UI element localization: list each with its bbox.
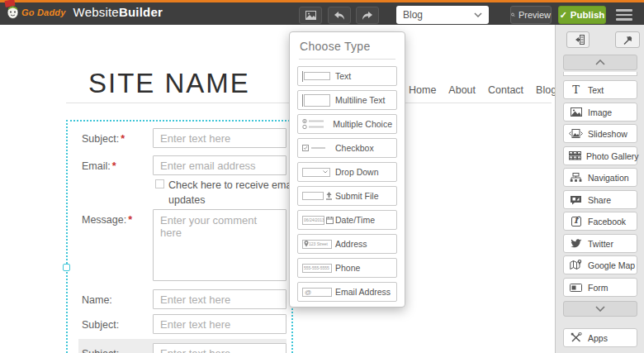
field-type-datetime[interactable]: 06/24/2013 Date/Time: [297, 210, 397, 230]
sidebar-item-share[interactable]: Share: [563, 190, 637, 209]
brand: Go Daddy WebsiteBuilder: [7, 5, 163, 19]
image-manager-icon: [305, 11, 316, 20]
menu-icon: [616, 9, 632, 12]
collapse-panel-button[interactable]: [566, 31, 590, 48]
sidebar-item-photo-gallery[interactable]: Photo Gallery: [563, 146, 637, 165]
email-input[interactable]: [153, 155, 286, 175]
site-title[interactable]: SITE NAME: [88, 68, 250, 99]
checkbox-icon: [302, 144, 335, 152]
publish-button[interactable]: ✓ Publish: [558, 6, 606, 24]
image-manager-button[interactable]: [299, 7, 322, 24]
field-type-dropdown[interactable]: Drop Down: [297, 162, 397, 182]
redo-icon: [362, 11, 373, 21]
popup-title: Choose Type: [290, 32, 405, 59]
dock-left-icon: [571, 35, 585, 45]
pin-panel-button[interactable]: [615, 31, 640, 48]
text-field-icon: [302, 71, 335, 82]
facebook-icon: f: [569, 217, 583, 227]
choose-type-popup: Choose Type Text Multiline Text: [289, 31, 405, 308]
datetime-icon: 06/24/2013: [302, 216, 335, 225]
text-icon: T: [569, 83, 583, 96]
field-type-multiline[interactable]: Multiline Text: [297, 90, 397, 110]
preview-button[interactable]: Preview: [510, 6, 552, 24]
sidebar-item-form[interactable]: Form: [563, 278, 637, 297]
preview-label: Preview: [519, 10, 551, 20]
magnifier-icon: [511, 11, 515, 19]
menu-button[interactable]: [616, 9, 632, 23]
email-icon: @: [302, 288, 335, 297]
multiple-choice-icon: [302, 118, 333, 130]
scroll-down-button[interactable]: [563, 301, 637, 317]
image-icon: [569, 107, 583, 117]
form-selection-outline[interactable]: Subject:* Email:* Check here to receive …: [66, 120, 293, 353]
scroll-up-button[interactable]: [563, 55, 637, 70]
sidebar-item-navigation[interactable]: Navigation: [563, 168, 637, 187]
form-label: Name:: [82, 294, 112, 306]
navigation-icon: [569, 173, 583, 183]
sidebar-item-image[interactable]: Image: [563, 103, 637, 122]
redo-button[interactable]: [356, 7, 379, 24]
form-icon: [569, 284, 583, 292]
nav-item-blog[interactable]: Blog: [536, 84, 555, 96]
sidebar-item-google-map[interactable]: Google Map: [563, 255, 637, 274]
photo-gallery-icon: [569, 151, 581, 160]
page-select[interactable]: Blog: [396, 6, 489, 24]
share-icon: [569, 195, 583, 205]
address-icon: 123 Street: [302, 240, 335, 249]
clipped-widget-item[interactable]: [563, 72, 637, 76]
form-label: Subject:: [82, 319, 119, 331]
subject-input-2[interactable]: [153, 314, 286, 334]
nav-item-about[interactable]: About: [448, 84, 476, 96]
sidebar-item-text[interactable]: T Text: [563, 80, 637, 99]
editor-canvas: SITE NAME Home About Contact Blog Subjec…: [0, 25, 555, 353]
apps-tools-icon: [569, 332, 583, 343]
field-type-submit-file[interactable]: Submit File: [297, 186, 397, 206]
field-type-list: Text Multiline Text Multiple Choice: [290, 60, 405, 302]
nav-item-home[interactable]: Home: [409, 84, 436, 96]
check-icon: ✓: [560, 10, 567, 21]
site-navigation: Home About Contact Blog: [409, 84, 555, 96]
email-updates-checkbox[interactable]: [155, 179, 164, 188]
sidebar-item-apps[interactable]: Apps: [563, 328, 637, 347]
top-toolbar: Go Daddy WebsiteBuilder Blog Preview ✓: [0, 0, 644, 25]
twitter-icon: [569, 239, 583, 248]
google-map-icon: [569, 260, 583, 270]
message-textarea[interactable]: [153, 209, 286, 281]
form-label: Subject:*: [82, 133, 125, 145]
godaddy-wordmark: Go Daddy: [21, 7, 66, 17]
dropdown-icon: [302, 168, 335, 177]
field-type-address[interactable]: 123 Street Address: [297, 234, 397, 254]
undo-icon: [334, 11, 345, 21]
sidebar-item-facebook[interactable]: f Facebook: [563, 212, 637, 231]
field-type-email[interactable]: @ Email Address: [297, 282, 397, 302]
multiline-text-icon: [302, 94, 335, 107]
name-input[interactable]: [153, 289, 286, 309]
subject-input-1[interactable]: [153, 128, 286, 148]
widget-sidebar: T Text Image Slideshow: [555, 25, 644, 353]
godaddy-mascot-logo: [7, 5, 19, 19]
email-updates-checkbox-label: Check here to receive email updates: [168, 178, 307, 208]
pin-icon: [623, 35, 633, 45]
slideshow-icon: [569, 129, 583, 138]
field-type-phone[interactable]: 555-555-5555 Phone: [297, 258, 397, 278]
nav-item-contact[interactable]: Contact: [488, 84, 523, 96]
form-label: Message:*: [82, 214, 132, 226]
page-select-value: Blog: [403, 9, 474, 21]
form-label: Email:*: [82, 160, 116, 172]
field-type-checkbox[interactable]: Checkbox: [297, 138, 397, 158]
sidebar-item-twitter[interactable]: Twitter: [563, 234, 637, 253]
submit-file-icon: [302, 192, 335, 200]
product-name: WebsiteBuilder: [73, 5, 163, 19]
selection-resize-handle[interactable]: [63, 264, 70, 271]
phone-icon: 555-555-5555: [302, 264, 335, 273]
chevron-down-icon: [474, 12, 482, 17]
sidebar-item-slideshow[interactable]: Slideshow: [563, 124, 637, 143]
publish-label: Publish: [571, 10, 605, 20]
field-type-multiple-choice[interactable]: Multiple Choice: [297, 114, 397, 134]
form-label: Subject:: [82, 348, 119, 353]
field-type-text[interactable]: Text: [297, 66, 397, 86]
subject-input-3[interactable]: [153, 343, 286, 353]
chevron-up-icon: [595, 60, 605, 65]
undo-button[interactable]: [328, 7, 351, 24]
chevron-down-icon: [595, 306, 605, 312]
